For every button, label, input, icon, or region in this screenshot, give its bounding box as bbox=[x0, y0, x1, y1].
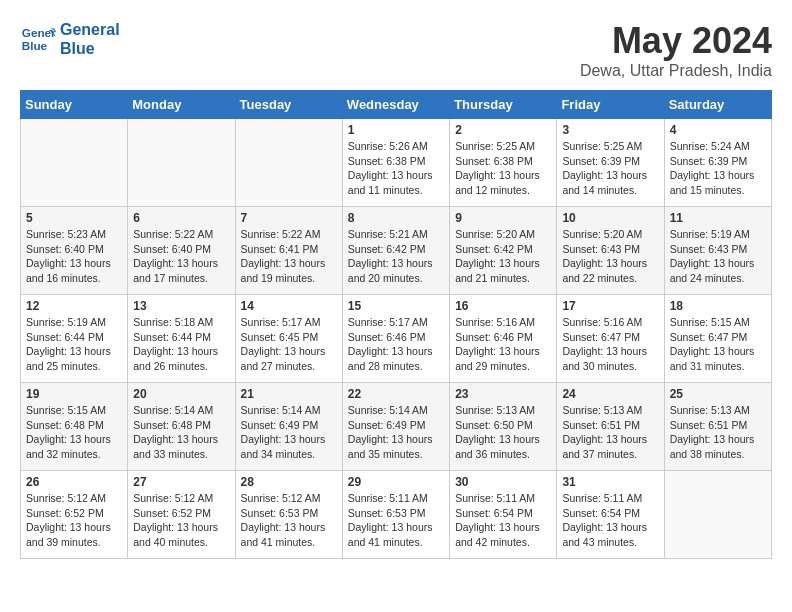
day-info: Sunrise: 5:16 AMSunset: 6:46 PMDaylight:… bbox=[455, 315, 551, 374]
calendar-table: SundayMondayTuesdayWednesdayThursdayFrid… bbox=[20, 90, 772, 559]
calendar-cell: 29Sunrise: 5:11 AMSunset: 6:53 PMDayligh… bbox=[342, 471, 449, 559]
day-info: Sunrise: 5:13 AMSunset: 6:50 PMDaylight:… bbox=[455, 403, 551, 462]
day-info: Sunrise: 5:12 AMSunset: 6:52 PMDaylight:… bbox=[133, 491, 229, 550]
calendar-week-row: 26Sunrise: 5:12 AMSunset: 6:52 PMDayligh… bbox=[21, 471, 772, 559]
day-info: Sunrise: 5:12 AMSunset: 6:52 PMDaylight:… bbox=[26, 491, 122, 550]
day-of-week-header: Saturday bbox=[664, 91, 771, 119]
calendar-subtitle: Dewa, Uttar Pradesh, India bbox=[580, 62, 772, 80]
day-number: 21 bbox=[241, 387, 337, 401]
day-info: Sunrise: 5:20 AMSunset: 6:43 PMDaylight:… bbox=[562, 227, 658, 286]
day-number: 28 bbox=[241, 475, 337, 489]
day-number: 22 bbox=[348, 387, 444, 401]
calendar-cell: 16Sunrise: 5:16 AMSunset: 6:46 PMDayligh… bbox=[450, 295, 557, 383]
day-number: 19 bbox=[26, 387, 122, 401]
day-info: Sunrise: 5:23 AMSunset: 6:40 PMDaylight:… bbox=[26, 227, 122, 286]
calendar-cell: 19Sunrise: 5:15 AMSunset: 6:48 PMDayligh… bbox=[21, 383, 128, 471]
calendar-cell: 6Sunrise: 5:22 AMSunset: 6:40 PMDaylight… bbox=[128, 207, 235, 295]
calendar-cell: 30Sunrise: 5:11 AMSunset: 6:54 PMDayligh… bbox=[450, 471, 557, 559]
calendar-header-row: SundayMondayTuesdayWednesdayThursdayFrid… bbox=[21, 91, 772, 119]
day-of-week-header: Wednesday bbox=[342, 91, 449, 119]
calendar-week-row: 19Sunrise: 5:15 AMSunset: 6:48 PMDayligh… bbox=[21, 383, 772, 471]
day-info: Sunrise: 5:26 AMSunset: 6:38 PMDaylight:… bbox=[348, 139, 444, 198]
day-info: Sunrise: 5:11 AMSunset: 6:53 PMDaylight:… bbox=[348, 491, 444, 550]
calendar-cell: 8Sunrise: 5:21 AMSunset: 6:42 PMDaylight… bbox=[342, 207, 449, 295]
calendar-title: May 2024 bbox=[580, 20, 772, 62]
svg-text:Blue: Blue bbox=[22, 39, 48, 52]
day-info: Sunrise: 5:11 AMSunset: 6:54 PMDaylight:… bbox=[562, 491, 658, 550]
day-info: Sunrise: 5:20 AMSunset: 6:42 PMDaylight:… bbox=[455, 227, 551, 286]
day-number: 20 bbox=[133, 387, 229, 401]
calendar-cell: 14Sunrise: 5:17 AMSunset: 6:45 PMDayligh… bbox=[235, 295, 342, 383]
calendar-cell: 20Sunrise: 5:14 AMSunset: 6:48 PMDayligh… bbox=[128, 383, 235, 471]
day-info: Sunrise: 5:24 AMSunset: 6:39 PMDaylight:… bbox=[670, 139, 766, 198]
calendar-cell: 28Sunrise: 5:12 AMSunset: 6:53 PMDayligh… bbox=[235, 471, 342, 559]
calendar-cell: 3Sunrise: 5:25 AMSunset: 6:39 PMDaylight… bbox=[557, 119, 664, 207]
logo-icon: General Blue bbox=[20, 21, 56, 57]
calendar-week-row: 1Sunrise: 5:26 AMSunset: 6:38 PMDaylight… bbox=[21, 119, 772, 207]
day-of-week-header: Tuesday bbox=[235, 91, 342, 119]
day-number: 1 bbox=[348, 123, 444, 137]
calendar-cell: 5Sunrise: 5:23 AMSunset: 6:40 PMDaylight… bbox=[21, 207, 128, 295]
day-number: 5 bbox=[26, 211, 122, 225]
day-number: 31 bbox=[562, 475, 658, 489]
day-info: Sunrise: 5:13 AMSunset: 6:51 PMDaylight:… bbox=[670, 403, 766, 462]
calendar-week-row: 5Sunrise: 5:23 AMSunset: 6:40 PMDaylight… bbox=[21, 207, 772, 295]
day-number: 17 bbox=[562, 299, 658, 313]
day-number: 3 bbox=[562, 123, 658, 137]
logo-text-general: General bbox=[60, 20, 120, 39]
calendar-cell: 22Sunrise: 5:14 AMSunset: 6:49 PMDayligh… bbox=[342, 383, 449, 471]
day-info: Sunrise: 5:22 AMSunset: 6:40 PMDaylight:… bbox=[133, 227, 229, 286]
day-info: Sunrise: 5:19 AMSunset: 6:44 PMDaylight:… bbox=[26, 315, 122, 374]
day-number: 30 bbox=[455, 475, 551, 489]
title-block: May 2024 Dewa, Uttar Pradesh, India bbox=[580, 20, 772, 80]
calendar-week-row: 12Sunrise: 5:19 AMSunset: 6:44 PMDayligh… bbox=[21, 295, 772, 383]
calendar-cell: 11Sunrise: 5:19 AMSunset: 6:43 PMDayligh… bbox=[664, 207, 771, 295]
day-info: Sunrise: 5:14 AMSunset: 6:49 PMDaylight:… bbox=[348, 403, 444, 462]
day-number: 11 bbox=[670, 211, 766, 225]
calendar-cell: 1Sunrise: 5:26 AMSunset: 6:38 PMDaylight… bbox=[342, 119, 449, 207]
day-number: 23 bbox=[455, 387, 551, 401]
day-info: Sunrise: 5:14 AMSunset: 6:48 PMDaylight:… bbox=[133, 403, 229, 462]
calendar-cell: 18Sunrise: 5:15 AMSunset: 6:47 PMDayligh… bbox=[664, 295, 771, 383]
day-number: 25 bbox=[670, 387, 766, 401]
day-info: Sunrise: 5:12 AMSunset: 6:53 PMDaylight:… bbox=[241, 491, 337, 550]
calendar-cell: 13Sunrise: 5:18 AMSunset: 6:44 PMDayligh… bbox=[128, 295, 235, 383]
day-of-week-header: Sunday bbox=[21, 91, 128, 119]
day-info: Sunrise: 5:25 AMSunset: 6:39 PMDaylight:… bbox=[562, 139, 658, 198]
calendar-cell bbox=[21, 119, 128, 207]
day-of-week-header: Monday bbox=[128, 91, 235, 119]
day-info: Sunrise: 5:18 AMSunset: 6:44 PMDaylight:… bbox=[133, 315, 229, 374]
day-number: 13 bbox=[133, 299, 229, 313]
calendar-cell: 2Sunrise: 5:25 AMSunset: 6:38 PMDaylight… bbox=[450, 119, 557, 207]
day-number: 24 bbox=[562, 387, 658, 401]
day-number: 8 bbox=[348, 211, 444, 225]
logo-text-blue: Blue bbox=[60, 39, 120, 58]
day-number: 2 bbox=[455, 123, 551, 137]
day-number: 26 bbox=[26, 475, 122, 489]
calendar-cell: 23Sunrise: 5:13 AMSunset: 6:50 PMDayligh… bbox=[450, 383, 557, 471]
day-number: 16 bbox=[455, 299, 551, 313]
day-number: 10 bbox=[562, 211, 658, 225]
day-info: Sunrise: 5:13 AMSunset: 6:51 PMDaylight:… bbox=[562, 403, 658, 462]
calendar-cell: 12Sunrise: 5:19 AMSunset: 6:44 PMDayligh… bbox=[21, 295, 128, 383]
day-number: 4 bbox=[670, 123, 766, 137]
calendar-cell: 9Sunrise: 5:20 AMSunset: 6:42 PMDaylight… bbox=[450, 207, 557, 295]
calendar-cell: 4Sunrise: 5:24 AMSunset: 6:39 PMDaylight… bbox=[664, 119, 771, 207]
day-info: Sunrise: 5:15 AMSunset: 6:48 PMDaylight:… bbox=[26, 403, 122, 462]
day-number: 29 bbox=[348, 475, 444, 489]
day-info: Sunrise: 5:16 AMSunset: 6:47 PMDaylight:… bbox=[562, 315, 658, 374]
calendar-cell: 31Sunrise: 5:11 AMSunset: 6:54 PMDayligh… bbox=[557, 471, 664, 559]
day-number: 15 bbox=[348, 299, 444, 313]
calendar-cell bbox=[664, 471, 771, 559]
calendar-cell: 7Sunrise: 5:22 AMSunset: 6:41 PMDaylight… bbox=[235, 207, 342, 295]
day-info: Sunrise: 5:22 AMSunset: 6:41 PMDaylight:… bbox=[241, 227, 337, 286]
day-of-week-header: Thursday bbox=[450, 91, 557, 119]
calendar-cell: 10Sunrise: 5:20 AMSunset: 6:43 PMDayligh… bbox=[557, 207, 664, 295]
day-info: Sunrise: 5:25 AMSunset: 6:38 PMDaylight:… bbox=[455, 139, 551, 198]
page-header: General Blue General Blue May 2024 Dewa,… bbox=[20, 20, 772, 80]
calendar-cell: 24Sunrise: 5:13 AMSunset: 6:51 PMDayligh… bbox=[557, 383, 664, 471]
day-info: Sunrise: 5:14 AMSunset: 6:49 PMDaylight:… bbox=[241, 403, 337, 462]
day-number: 7 bbox=[241, 211, 337, 225]
day-info: Sunrise: 5:19 AMSunset: 6:43 PMDaylight:… bbox=[670, 227, 766, 286]
calendar-cell bbox=[235, 119, 342, 207]
